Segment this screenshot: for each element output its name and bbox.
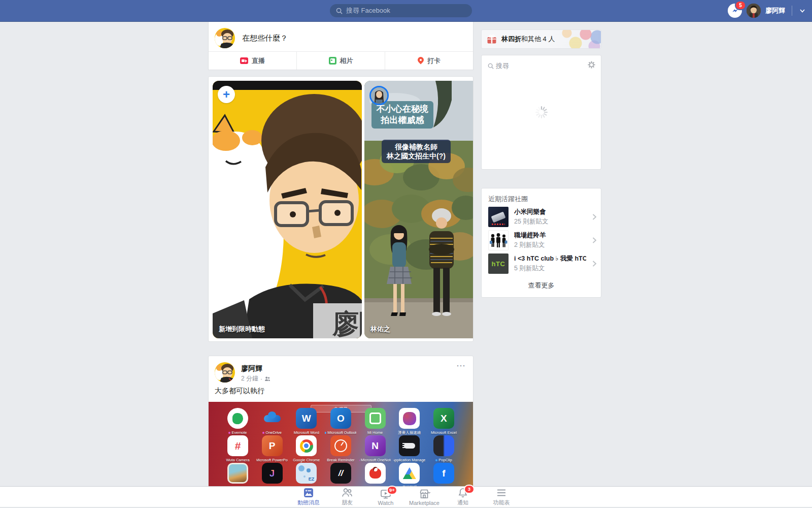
nav-menu[interactable]: 功能表 bbox=[482, 487, 521, 507]
composer-avatar[interactable] bbox=[215, 28, 235, 48]
app-jptt: JJPTT bbox=[256, 463, 288, 487]
add-story-artwork: 廖阿 bbox=[213, 81, 362, 338]
app-onenote: NMicrosoft OneNote bbox=[359, 435, 391, 462]
hamburger-menu-icon bbox=[495, 487, 508, 498]
app-mihome: Mi Home bbox=[359, 408, 391, 435]
loading-spinner-icon bbox=[535, 106, 548, 119]
chevron-down-icon[interactable] bbox=[799, 7, 806, 14]
app-outlook: OMicrosoft Outlook bbox=[325, 408, 357, 435]
chevron-right-icon bbox=[592, 237, 597, 244]
bell-icon: 3 bbox=[456, 487, 469, 498]
live-video-icon bbox=[240, 57, 248, 64]
app-appmanager: Application Manager bbox=[393, 435, 425, 462]
app-antutu: Antutu Benchmark bbox=[359, 463, 391, 487]
excel-icon: X bbox=[433, 408, 454, 429]
friends-privacy-icon bbox=[264, 376, 270, 382]
newsfeed-icon bbox=[302, 487, 315, 498]
evernote-icon bbox=[227, 408, 248, 429]
post-author-name[interactable]: 廖阿輝 bbox=[241, 364, 262, 373]
post-options-icon[interactable]: ⋯ bbox=[456, 360, 466, 371]
feed-post: 廖阿輝 2 分鐘 · ⋯ 大多都可以執行 搜尋 Evernote OneDriv… bbox=[208, 356, 473, 498]
add-story-card[interactable]: 廖阿 + 新增到限時動態 bbox=[213, 81, 362, 338]
onenote-icon: N bbox=[365, 435, 386, 456]
add-story-label: 新增到限時動態 bbox=[219, 325, 265, 334]
moptt-icon: // bbox=[330, 463, 351, 484]
marketplace-icon bbox=[418, 488, 431, 499]
checkin-button[interactable]: 打卡 bbox=[385, 52, 473, 70]
nav-watch[interactable]: 9+ Watch bbox=[366, 487, 405, 507]
chevron-right-icon bbox=[592, 213, 597, 220]
word-icon: W bbox=[296, 408, 317, 429]
nav-newsfeed[interactable]: 動態消息 bbox=[289, 487, 328, 507]
story-overlay-text-bottom: 很像補教名師 林之國文招生中(?) bbox=[382, 140, 451, 163]
app-powerpoint: PMicrosoft PowerPoint bbox=[256, 435, 288, 462]
app-wuta: #Wuta Camera bbox=[222, 435, 254, 462]
live-video-button[interactable]: 直播 bbox=[209, 52, 296, 70]
chrome-icon bbox=[296, 435, 317, 456]
antutu-icon bbox=[365, 463, 386, 484]
app-facebook: fFacebook bbox=[428, 463, 460, 487]
gear-icon[interactable] bbox=[588, 61, 595, 69]
post-image-launchpad-screenshot[interactable]: 搜尋 Evernote OneDrive WMicrosoft Word OMi… bbox=[209, 402, 473, 487]
google-drive-icon bbox=[399, 463, 420, 484]
profile-name[interactable]: 廖阿輝 bbox=[765, 6, 785, 15]
powerpoint-icon: P bbox=[262, 435, 283, 456]
story-overlay-text-top: 不小心在秘境 拍出權威感 bbox=[371, 101, 433, 129]
group-thumbnail: hTC bbox=[488, 253, 509, 274]
app-faceapp: 漫畫人臉速繪 bbox=[393, 408, 425, 435]
post-body-text: 大多都可以執行 bbox=[215, 387, 264, 396]
outlook-icon: O bbox=[330, 408, 351, 429]
break-reminder-icon bbox=[330, 435, 351, 456]
app-ezway: EZEZ Way bbox=[290, 463, 322, 487]
search-icon bbox=[488, 63, 494, 69]
app-magicwindow: Magic Window bbox=[222, 463, 254, 487]
app-excel: XMicrosoft Excel bbox=[428, 408, 460, 435]
search-placeholder: 搜尋 Facebook bbox=[346, 6, 390, 15]
bottom-nav-bar: 動態消息 朋友 9+ Watch Marketplace 3 bbox=[0, 486, 812, 507]
composer-prompt[interactable]: 在想些什麼？ bbox=[242, 34, 288, 43]
group-row-htc[interactable]: hTC i <3 hTC club ♭ 我愛 hTC 俱樂部 5 則新貼文 bbox=[488, 252, 597, 275]
post-composer: 在想些什麼？ 直播 相片 打卡 bbox=[208, 21, 473, 70]
facebook-search-input[interactable]: 搜尋 Facebook bbox=[330, 4, 472, 17]
nav-notifications[interactable]: 3 通知 bbox=[444, 487, 482, 507]
wuta-camera-icon: # bbox=[227, 435, 248, 456]
watch-icon: 9+ bbox=[379, 488, 392, 499]
post-author-avatar[interactable] bbox=[215, 362, 235, 383]
app-onedrive: OneDrive bbox=[256, 408, 288, 435]
see-more-link[interactable]: 查看更多 bbox=[482, 281, 601, 290]
messenger-button[interactable]: 5 bbox=[728, 4, 742, 18]
photo-icon bbox=[329, 57, 336, 65]
app-gdrive: 雲端硬碟 bbox=[393, 463, 425, 487]
friend-story-card[interactable]: 不小心在秘境 拍出權威感 很像補教名師 林之國文招生中(?) 林佑之 bbox=[364, 81, 473, 338]
birthday-text: 林四折和其他 4 人 bbox=[501, 35, 555, 44]
gift-icon bbox=[487, 34, 497, 44]
ezway-icon: EZ bbox=[296, 463, 317, 484]
active-groups-panel: 近期活躍社團 小米同樂會 25 則新貼文 職場趕羚羊 2 則新貼文 hTC i … bbox=[481, 188, 601, 298]
group-row-xiaomi[interactable]: 小米同樂會 25 則新貼文 bbox=[488, 206, 597, 228]
app-chrome: Google Chrome bbox=[290, 435, 322, 462]
contacts-panel: 搜尋 bbox=[481, 55, 601, 170]
profile-avatar[interactable] bbox=[747, 4, 761, 18]
watch-badge: 9+ bbox=[387, 486, 397, 495]
nav-marketplace[interactable]: Marketplace bbox=[405, 487, 444, 507]
svg-text:廖阿: 廖阿 bbox=[332, 309, 362, 338]
contacts-search-input[interactable]: 搜尋 bbox=[488, 61, 509, 71]
onedrive-icon bbox=[262, 408, 283, 429]
facebook-app-icon: f bbox=[433, 463, 454, 484]
group-row-workplace[interactable]: 職場趕羚羊 2 則新貼文 bbox=[488, 229, 597, 251]
app-breakreminder: Break Reminder bbox=[325, 435, 357, 462]
photo-button[interactable]: 相片 bbox=[296, 52, 385, 70]
stories-carousel: 廖阿 + 新增到限時動態 bbox=[208, 76, 473, 342]
messenger-badge: 5 bbox=[735, 1, 746, 10]
birthday-banner[interactable]: 林四折和其他 4 人 bbox=[481, 29, 601, 49]
nav-friends[interactable]: 朋友 bbox=[328, 487, 366, 507]
faceapp-icon bbox=[399, 408, 420, 429]
app-moptt: //Mo PTT bbox=[325, 463, 357, 487]
jptt-icon: J bbox=[262, 463, 283, 484]
application-manager-icon bbox=[399, 435, 420, 456]
checkin-pin-icon bbox=[417, 56, 425, 65]
add-story-plus-icon[interactable]: + bbox=[218, 86, 235, 103]
magic-window-icon bbox=[227, 463, 248, 484]
notifications-badge: 3 bbox=[464, 485, 475, 494]
app-word: WMicrosoft Word bbox=[290, 408, 322, 435]
